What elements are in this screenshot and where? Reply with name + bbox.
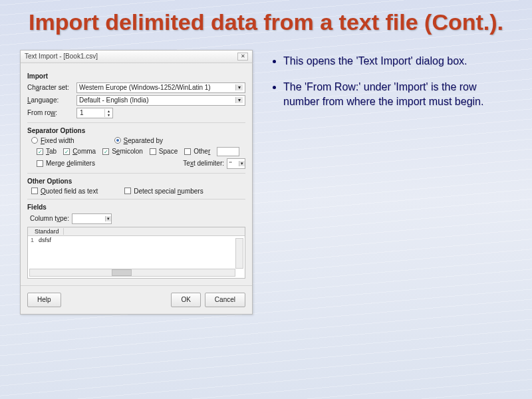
section-import: Import — [27, 72, 245, 80]
merge-check[interactable]: Merge delimiters — [37, 160, 95, 167]
other-check[interactable]: Other — [184, 147, 210, 156]
text-import-dialog: Text Import - [Book1.csv] ✕ Import Chara… — [20, 50, 253, 315]
coltype-label: Column type: — [30, 215, 69, 222]
comma-check[interactable]: Comma — [63, 147, 96, 156]
ok-button[interactable]: OK — [171, 293, 200, 307]
fromrow-spinner[interactable]: 1 ▴▾ — [76, 108, 113, 118]
language-value: Default - English (India) — [79, 96, 149, 104]
slide-bullets: This opens the 'Text Import' dialog box.… — [266, 50, 519, 315]
section-other: Other Options — [27, 178, 245, 185]
tab-check[interactable]: Tab — [37, 147, 57, 156]
field-col-header: Standard — [31, 228, 64, 235]
bullet-item: This opens the 'Text Import' dialog box. — [283, 54, 512, 68]
help-button[interactable]: Help — [27, 293, 61, 307]
textdelim-combo[interactable]: " ▾ — [227, 158, 245, 169]
charset-value: Western Europe (Windows-1252/WinLatin 1) — [79, 84, 211, 91]
dialog-title: Text Import - [Book1.csv] — [25, 53, 98, 60]
close-icon[interactable]: ✕ — [237, 53, 248, 61]
scrollbar-horizontal[interactable] — [29, 269, 235, 277]
dialog-titlebar: Text Import - [Book1.csv] ✕ — [21, 51, 252, 63]
quoted-check[interactable]: Quoted field as text — [31, 188, 98, 195]
charset-combo[interactable]: Western Europe (Windows-1252/WinLatin 1)… — [76, 82, 245, 93]
semicolon-check[interactable]: Semicolon — [102, 147, 143, 156]
other-input[interactable] — [217, 147, 239, 156]
charset-label: Character set: — [27, 84, 74, 91]
language-label: Language: — [27, 96, 74, 104]
chevron-down-icon: ▾ — [239, 161, 245, 166]
language-combo[interactable]: Default - English (India) ▾ — [76, 95, 245, 106]
detect-check[interactable]: Detect special numbers — [124, 188, 203, 195]
coltype-combo[interactable]: ▾ — [72, 213, 112, 224]
textdelim-value: " — [227, 160, 233, 167]
fromrow-value: 1 — [77, 109, 104, 116]
spinner-arrows-icon[interactable]: ▴▾ — [104, 109, 112, 117]
section-separator: Separator Options — [27, 127, 245, 134]
fields-preview: Standard 1dsfsf — [27, 227, 245, 279]
separated-by-radio[interactable]: Separated by — [114, 137, 164, 144]
fromrow-label: From row: — [27, 109, 74, 116]
chevron-down-icon: ▾ — [235, 97, 243, 103]
scrollbar-vertical[interactable] — [235, 238, 243, 269]
fixed-width-radio[interactable]: Fixed width — [31, 137, 74, 144]
bullet-item: The 'From Row:' under 'Import' is the ro… — [283, 80, 512, 108]
field-cell: dsfsf — [39, 237, 51, 243]
chevron-down-icon: ▾ — [105, 216, 111, 221]
space-check[interactable]: Space — [150, 147, 178, 156]
slide-title: Import delimited data from a text file (… — [0, 0, 532, 43]
section-fields: Fields — [27, 203, 245, 211]
textdelim-label: Text delimiter: — [183, 160, 224, 167]
chevron-down-icon: ▾ — [235, 84, 243, 90]
cancel-button[interactable]: Cancel — [205, 293, 245, 307]
